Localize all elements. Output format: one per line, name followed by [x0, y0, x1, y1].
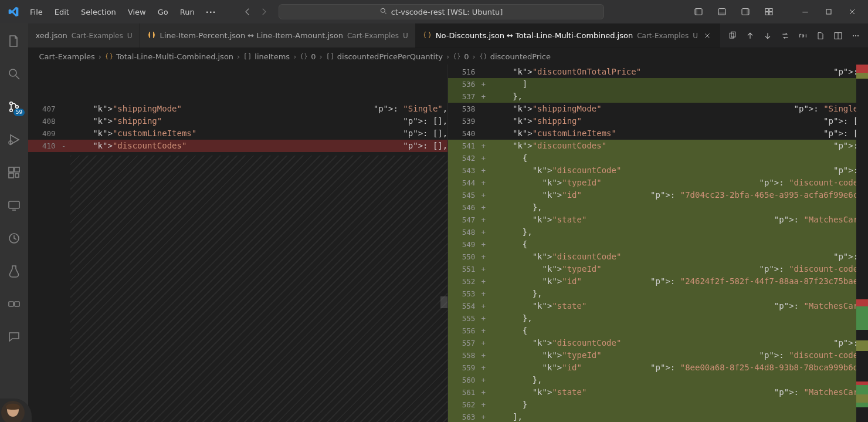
- breadcrumb[interactable]: Cart-Examples › Total-Line-Multi-Combine…: [28, 48, 868, 65]
- code-line: 547+ "k">"state""p">: "MatchesCart": [448, 214, 868, 226]
- code-line: 538 "k">"shippingMode""p">: "Single",: [448, 103, 868, 115]
- menu-edit[interactable]: Edit: [49, 5, 74, 19]
- copy-icon[interactable]: [725, 28, 740, 44]
- close-tab-icon[interactable]: [702, 31, 713, 41]
- feedback-icon[interactable]: [0, 325, 28, 349]
- code-line: 554+ "k">"state""p">: "MatchesCart": [448, 300, 868, 312]
- tab-total-line-diff[interactable]: No-Discounts.json ↔ Total-Line-Multi-Com…: [416, 23, 720, 48]
- next-change-icon[interactable]: [760, 28, 775, 44]
- svg-rect-31: [731, 32, 735, 37]
- svg-rect-7: [747, 9, 749, 15]
- tab-title: No-Discounts.json ↔ Total-Line-Multi-Com…: [436, 31, 633, 40]
- tab-scm-badge: U: [693, 32, 698, 40]
- code-line: 546+ },: [448, 201, 868, 214]
- code-line: 561+ "k">"state""p">: "MatchesCart": [448, 386, 868, 399]
- svg-rect-9: [769, 9, 772, 12]
- diff-left-pane[interactable]: 407 "k">"shippingMode""p">: "Single", 40…: [28, 65, 448, 422]
- titlebar-right-icons: [689, 3, 864, 21]
- menu-file[interactable]: File: [25, 5, 48, 19]
- menu-go[interactable]: Go: [152, 5, 174, 19]
- crumb-index0b[interactable]: 0: [453, 52, 469, 61]
- code-line: 408 "k">"shipping""p">: [],: [28, 115, 447, 127]
- tab-scm-badge: U: [403, 32, 408, 40]
- code-line: 536+ ]: [448, 78, 868, 90]
- tab-folder: Cart-Examples: [72, 32, 123, 40]
- editor-area: xed.json Cart-Examples U Line-Item-Perce…: [28, 23, 868, 422]
- code-line: 552+ "k">"id""p">: "24624f2f-582f-44f7-8…: [448, 275, 868, 288]
- menu-more[interactable]: ···: [201, 5, 221, 19]
- svg-rect-24: [9, 201, 19, 208]
- sticky-scroll-line: 516 "k">"discountOnTotalPrice""p">: {: [448, 66, 868, 78]
- tab-xed-json[interactable]: xed.json Cart-Examples U: [28, 23, 140, 48]
- scroll-thumb[interactable]: [440, 296, 447, 308]
- layout-toggle-right-icon[interactable]: [735, 3, 755, 21]
- code-line: 545+ "k">"id""p">: "7d04cc23-2bfa-465e-a…: [448, 189, 868, 201]
- tab-folder: Cart-Examples: [347, 32, 399, 40]
- svg-point-16: [10, 102, 13, 105]
- run-debug-icon[interactable]: [0, 128, 28, 151]
- code-line: 553+ },: [448, 288, 868, 300]
- ports-icon[interactable]: [0, 292, 28, 316]
- svg-rect-30: [730, 33, 734, 38]
- crumb-lineitems[interactable]: lineItems: [243, 52, 290, 61]
- window-close-button[interactable]: [842, 3, 862, 21]
- nav-forward-button[interactable]: [256, 4, 272, 19]
- source-control-icon[interactable]: 59: [0, 95, 28, 119]
- crumb-folder[interactable]: Cart-Examples: [39, 52, 94, 61]
- explorer-icon[interactable]: [0, 29, 28, 53]
- tab-line-item-diff[interactable]: Line-Item-Percent.json ↔ Line-Item-Amoun…: [140, 23, 416, 48]
- braces-icon: [453, 52, 461, 60]
- search-icon[interactable]: [0, 62, 28, 86]
- crumb-file[interactable]: Total-Line-Multi-Combined.json: [105, 52, 233, 61]
- svg-point-17: [10, 109, 13, 112]
- svg-point-0: [381, 8, 385, 12]
- json-icon: [105, 52, 113, 60]
- tab-title: Line-Item-Percent.json ↔ Line-Item-Amoun…: [160, 31, 343, 40]
- whitespace-toggle-icon[interactable]: [795, 28, 811, 44]
- open-file-icon[interactable]: [813, 28, 828, 44]
- svg-rect-22: [9, 173, 13, 178]
- nav-back-button[interactable]: [240, 4, 255, 19]
- swap-sides-icon[interactable]: [778, 28, 793, 44]
- braces-icon: [479, 52, 487, 60]
- more-actions-icon[interactable]: [848, 28, 863, 44]
- svg-rect-27: [9, 302, 13, 306]
- crumb-index0a[interactable]: 0: [300, 52, 316, 61]
- remote-explorer-icon[interactable]: [0, 194, 28, 217]
- overview-ruler[interactable]: [856, 65, 868, 422]
- tab-title: xed.json: [35, 31, 67, 40]
- json-file-icon: [423, 31, 432, 41]
- activity-bar: 59: [0, 23, 28, 422]
- prev-change-icon[interactable]: [742, 28, 758, 44]
- timeline-icon[interactable]: [0, 227, 28, 250]
- code-line: 539 "k">"shipping""p">: [],: [448, 115, 868, 127]
- code-line: 556+ {: [448, 325, 868, 337]
- customize-layout-icon[interactable]: [759, 3, 779, 21]
- window-maximize-button[interactable]: [819, 3, 839, 21]
- menu-bar: File Edit Selection View Go Run ···: [25, 5, 221, 19]
- array-icon: [243, 52, 252, 60]
- window-minimize-button[interactable]: [795, 3, 815, 21]
- tab-scm-badge: U: [127, 32, 133, 40]
- crumb-dppq[interactable]: discountedPricePerQuantity: [326, 52, 443, 61]
- code-line: 544+ "k">"typeId""p">: "discount-code",: [448, 177, 868, 189]
- crumb-discountedprice[interactable]: discountedPrice: [479, 52, 551, 61]
- scm-badge: 59: [13, 109, 25, 116]
- code-line: 537+ },: [448, 90, 868, 103]
- menu-run[interactable]: Run: [175, 5, 200, 19]
- svg-rect-10: [765, 12, 768, 15]
- extensions-icon[interactable]: [0, 161, 28, 184]
- layout-toggle-bottom-icon[interactable]: [712, 3, 732, 21]
- menu-view[interactable]: View: [123, 5, 151, 19]
- svg-point-18: [16, 106, 19, 109]
- code-line: 557+ "k">"discountCode""p">: {: [448, 337, 868, 349]
- diff-right-pane[interactable]: 516 "k">"discountOnTotalPrice""p">: { 53…: [448, 65, 868, 422]
- tab-folder: Cart-Examples: [637, 32, 689, 40]
- array-icon: [326, 52, 334, 60]
- layout-toggle-left-icon[interactable]: [689, 3, 708, 21]
- menu-selection[interactable]: Selection: [76, 5, 121, 19]
- code-line: 541+ "k">"discountCodes""p">: [: [448, 140, 868, 152]
- command-center[interactable]: ct-vscode-rest [WSL: Ubuntu]: [279, 4, 604, 19]
- split-editor-icon[interactable]: [830, 28, 846, 44]
- testing-icon[interactable]: [0, 259, 28, 283]
